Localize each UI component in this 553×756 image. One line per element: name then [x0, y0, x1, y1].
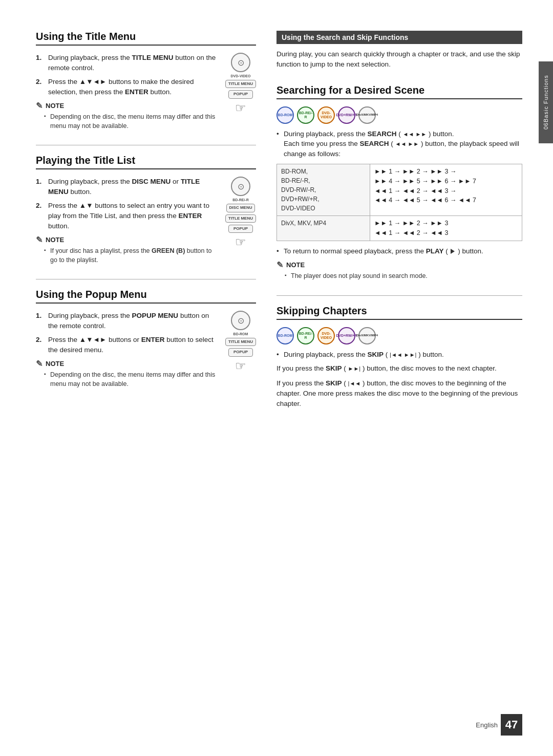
section-search-scene: Searching for a Desired Scene BD-ROM BD-… [276, 84, 522, 281]
disc-icon-divx: DivX/MKV/MP4 [358, 106, 376, 124]
skip-disc-icons: BD-ROM BD-RE/-R DVD-VIDEO DVD+RW/+R DivX… [276, 327, 522, 344]
divider-2 [36, 279, 256, 279]
popup-btn-3: POPUP [228, 348, 253, 356]
skip-disc-icon-dvdvideo: DVD-VIDEO [317, 327, 335, 344]
skip-disc-icon-bdrom: BD-ROM [276, 327, 294, 344]
title-menu-step-1: 1. During playback, press the TITLE MENU… [36, 53, 220, 73]
skip-chapters-heading: Skipping Chapters [276, 305, 522, 320]
title-menu-steps: 1. During playback, press the TITLE MENU… [36, 53, 256, 97]
left-column: Using the Title Menu ⊙ DVD-VIDEO TITLE M… [36, 31, 271, 725]
title-menu-remote-icons: ⊙ DVD-VIDEO TITLE MENU POPUP ☞ [225, 53, 256, 115]
disc-menu-btn: DISC MENU [226, 204, 256, 212]
search-disc-icons: BD-ROM BD-RE/-R DVD-VIDEO DVD+RW/+R DivX… [276, 106, 522, 124]
title-menu-heading: Using the Title Menu [36, 31, 256, 46]
speed-val-2: ►► 1 → ►► 2 → ►► 3 ◄◄ 1 → ◄◄ 2 → ◄◄ 3 [370, 216, 522, 241]
disc-icon-bdrom: BD-ROM [276, 106, 294, 124]
speed-val-1: ►► 1 → ►► 2 → ►► 3 → ►► 4 → ►► 5 → ►► 6 … [370, 164, 522, 216]
skip-para-2: If you press the SKIP ( ►►| ) button, th… [276, 363, 522, 374]
title-list-steps: 1. During playback, press the DISC MENU … [36, 177, 256, 231]
title-menu-step-2: 2. Press the ▲▼◄► buttons to make the de… [36, 77, 220, 97]
note-pencil-icon-3: ✎ [36, 359, 42, 369]
dvd-video-label: DVD-VIDEO [231, 74, 251, 78]
search-note-item: The player does not play sound in search… [285, 272, 522, 281]
note-label-1: NOTE [46, 102, 64, 110]
title-menu-note: ✎ NOTE Depending on the disc, the menu i… [36, 101, 256, 131]
speed-disc-2: DivX, MKV, MP4 [277, 216, 370, 241]
skip-disc-icon-bdrer: BD-RE/-R [297, 327, 314, 344]
divider-3 [276, 295, 522, 296]
search-skip-heading: Using the Search and Skip Functions [276, 31, 522, 44]
note-pencil-icon-4: ✎ [276, 260, 283, 270]
section-title-menu: Using the Title Menu ⊙ DVD-VIDEO TITLE M… [36, 31, 256, 131]
title-list-note: ✎ NOTE If your disc has a playlist, pres… [36, 235, 256, 265]
popup-btn-1: POPUP [228, 90, 253, 98]
language-label: English [476, 721, 498, 729]
note-label-2: NOTE [46, 236, 64, 244]
skip-bullet-1: During playback, press the SKIP ( |◄◄ ►►… [276, 350, 522, 360]
title-list-step-1: 1. During playback, press the DISC MENU … [36, 177, 220, 197]
popup-menu-step-1: 1. During playback, press the POPUP MENU… [36, 311, 220, 331]
speed-row-2: DivX, MKV, MP4 ►► 1 → ►► 2 → ►► 3 ◄◄ 1 →… [277, 216, 522, 241]
title-menu-btn-3: TITLE MENU [225, 338, 256, 346]
title-menu-btn-2: TITLE MENU [225, 214, 256, 223]
popup-menu-note-item: Depending on the disc, the menu items ma… [44, 371, 256, 388]
skip-disc-icon-divx: DivX/MKV/MP4 [358, 327, 376, 344]
title-menu-btn: TITLE MENU [225, 80, 256, 88]
tab-number: 06 [543, 122, 549, 129]
page-container: Using the Title Menu ⊙ DVD-VIDEO TITLE M… [0, 0, 553, 756]
note-pencil-icon-1: ✎ [36, 101, 42, 111]
search-bullets: During playback, press the SEARCH ( ◄◄ ►… [276, 129, 522, 159]
page-number: 47 [501, 714, 522, 736]
title-list-remote-icons: ⊙ BD-RE/-R DISC MENU TITLE MENU POPUP ☞ [225, 177, 256, 249]
skip-disc-icon-dvdrw: DVD+RW/+R [338, 327, 355, 344]
title-list-step-2: 2. Press the ▲▼ buttons to select an ent… [36, 201, 220, 231]
search-bullet-play: To return to normal speed playback, pres… [276, 246, 522, 256]
popup-btn-2: POPUP [228, 225, 253, 233]
section-popup-menu: Using the Popup Menu ⊙ BD-ROM TITLE MENU… [36, 289, 256, 388]
bd-re-label: BD-RE/-R [232, 198, 249, 202]
dvd-video-disc-icon: ⊙ [231, 53, 250, 72]
popup-menu-note: ✎ NOTE Depending on the disc, the menu i… [36, 359, 256, 388]
chapter-tab: 06 Basic Functions [539, 61, 553, 143]
skip-bullets: During playback, press the SKIP ( |◄◄ ►►… [276, 350, 522, 360]
note-label-4: NOTE [286, 261, 305, 269]
search-skip-intro: During play, you can search quickly thro… [276, 49, 522, 70]
disc-icon-dvdvideo: DVD-VIDEO [317, 106, 335, 124]
page-number-area: English 47 [476, 714, 522, 736]
right-column: Using the Search and Skip Functions Duri… [271, 31, 522, 725]
disc-icon-bdrer: BD-RE/-R [297, 106, 314, 124]
search-bullets-2: To return to normal speed playback, pres… [276, 246, 522, 256]
divider-1 [36, 145, 256, 145]
title-list-note-item: If your disc has a playlist, press the G… [44, 247, 256, 265]
bd-re-r-disc-icon: ⊙ [231, 177, 250, 196]
search-bullet-1: During playback, press the SEARCH ( ◄◄ ►… [276, 129, 522, 159]
tab-label: Basic Functions [543, 75, 549, 123]
note-pencil-icon-2: ✎ [36, 235, 42, 245]
popup-menu-step-2: 2. Press the ▲▼◄► buttons or ENTER butto… [36, 335, 220, 355]
section-title-list: Playing the Title List ⊙ BD-RE/-R DISC M… [36, 155, 256, 265]
title-menu-note-item: Depending on the disc, the menu items ma… [44, 113, 256, 131]
search-scene-heading: Searching for a Desired Scene [276, 84, 522, 99]
speed-table: BD-ROM,BD-RE/-R,DVD-RW/-R,DVD+RW/+R,DVD-… [276, 164, 522, 241]
section-skip-chapters: Skipping Chapters BD-ROM BD-RE/-R DVD-VI… [276, 305, 522, 409]
disc-icon-dvdrw: DVD+RW/+R [338, 106, 355, 124]
note-label-3: NOTE [46, 360, 64, 368]
popup-menu-steps: 1. During playback, press the POPUP MENU… [36, 311, 256, 355]
section-search-skip: Using the Search and Skip Functions Duri… [276, 31, 522, 70]
title-list-heading: Playing the Title List [36, 155, 256, 169]
popup-menu-remote-icons: ⊙ BD-ROM TITLE MENU POPUP ☞ [225, 311, 256, 373]
bd-rom-label: BD-ROM [233, 332, 248, 336]
speed-row-1: BD-ROM,BD-RE/-R,DVD-RW/-R,DVD+RW/+R,DVD-… [277, 164, 522, 216]
popup-menu-heading: Using the Popup Menu [36, 289, 256, 304]
bd-rom-disc-icon: ⊙ [231, 311, 250, 330]
search-note: ✎ NOTE The player does not play sound in… [276, 260, 522, 281]
speed-disc-1: BD-ROM,BD-RE/-R,DVD-RW/-R,DVD+RW/+R,DVD-… [277, 164, 370, 216]
skip-para-3: If you press the SKIP ( |◄◄ ) button, th… [276, 378, 522, 409]
